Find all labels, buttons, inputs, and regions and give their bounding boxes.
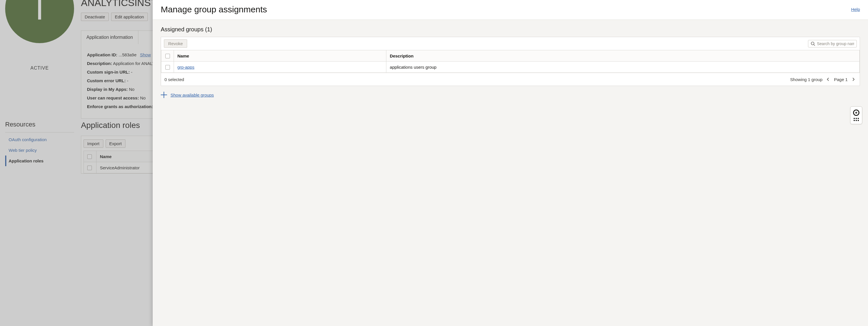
selected-count: 0 selected bbox=[164, 77, 184, 82]
next-page-button[interactable] bbox=[850, 77, 856, 82]
deactivate-button[interactable]: Deactivate bbox=[81, 12, 109, 21]
svg-point-0 bbox=[811, 42, 814, 45]
label-request-access: User can request access: bbox=[87, 96, 139, 100]
value-request-access: No bbox=[140, 96, 146, 100]
lifebuoy-icon bbox=[853, 110, 859, 116]
show-available-label: Show available groups bbox=[170, 92, 214, 98]
drawer-title: Manage group assignments bbox=[161, 5, 267, 15]
chevron-right-icon bbox=[851, 77, 856, 81]
app-status-badge: ACTIVE bbox=[5, 65, 74, 71]
assigned-groups-heading: Assigned groups (1) bbox=[161, 26, 860, 33]
resources-heading: Resources bbox=[5, 121, 74, 128]
assigned-groups-table: Name Description grp-apps applications u… bbox=[161, 50, 860, 73]
manage-group-assignments-drawer: Manage group assignments Help Assigned g… bbox=[153, 0, 868, 326]
select-all-roles-checkbox[interactable] bbox=[87, 154, 92, 159]
page-indicator: Page 1 bbox=[834, 77, 848, 82]
value-app-id: ...583a9e bbox=[119, 52, 136, 57]
import-button[interactable]: Import bbox=[84, 139, 103, 148]
assigned-groups-card: Revoke Name Description bbox=[161, 37, 860, 86]
group-row-checkbox[interactable] bbox=[165, 65, 170, 70]
search-input[interactable] bbox=[817, 42, 854, 46]
sidebar-item-webtier[interactable]: Web tier policy bbox=[5, 145, 74, 156]
help-link[interactable]: Help bbox=[851, 7, 860, 12]
plus-icon bbox=[161, 92, 167, 98]
value-error-url: - bbox=[127, 78, 128, 83]
group-name-link[interactable]: grp-apps bbox=[177, 65, 194, 70]
grid-icon bbox=[854, 118, 859, 121]
revoke-button[interactable]: Revoke bbox=[164, 39, 187, 48]
sidebar-item-app-roles[interactable]: Application roles bbox=[5, 156, 74, 166]
tab-application-info[interactable]: Application information bbox=[81, 30, 138, 44]
resources-nav: Resources OAuth configuration Web tier p… bbox=[5, 121, 74, 166]
label-error-url: Custom error URL: bbox=[87, 78, 126, 83]
show-link[interactable]: Show bbox=[140, 52, 151, 57]
chevron-left-icon bbox=[826, 77, 830, 81]
avatar-letter: I bbox=[35, 0, 44, 24]
divider bbox=[5, 132, 74, 133]
group-description-cell: applications users group bbox=[386, 61, 860, 73]
role-row-checkbox[interactable] bbox=[87, 166, 92, 170]
search-icon bbox=[811, 42, 815, 46]
value-display-myapps: No bbox=[129, 87, 134, 92]
support-widget[interactable] bbox=[850, 106, 862, 124]
label-enforce-grants: Enforce grants as authorization: bbox=[87, 104, 153, 109]
label-app-id: Application ID: bbox=[87, 52, 117, 57]
value-signin-url: - bbox=[131, 70, 132, 75]
table-row[interactable]: grp-apps applications users group bbox=[161, 61, 860, 73]
label-signin-url: Custom sign-in URL: bbox=[87, 70, 130, 75]
svg-line-1 bbox=[814, 45, 815, 46]
prev-page-button[interactable] bbox=[825, 77, 831, 82]
label-display-myapps: Display in My Apps: bbox=[87, 87, 128, 92]
showing-count: Showing 1 group bbox=[790, 77, 823, 82]
edit-application-button[interactable]: Edit application bbox=[111, 12, 148, 21]
sidebar-item-oauth[interactable]: OAuth configuration bbox=[5, 134, 74, 145]
show-available-groups-button[interactable]: Show available groups bbox=[161, 92, 860, 98]
column-group-name: Name bbox=[174, 50, 386, 61]
select-all-groups-checkbox[interactable] bbox=[165, 54, 170, 58]
column-group-description: Description bbox=[386, 50, 860, 61]
label-description: Description: bbox=[87, 61, 112, 66]
search-input-wrap[interactable] bbox=[808, 40, 857, 48]
export-button[interactable]: Export bbox=[105, 139, 125, 148]
